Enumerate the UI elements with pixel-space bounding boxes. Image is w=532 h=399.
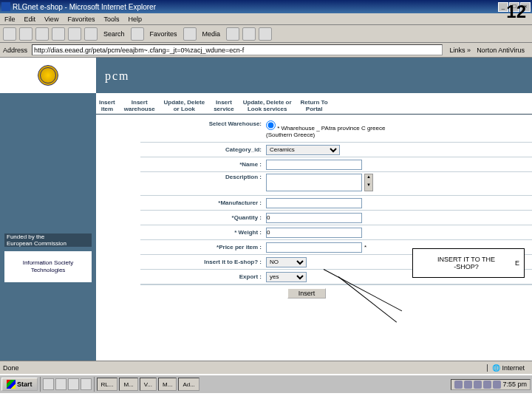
address-label: Address xyxy=(3,47,27,54)
weight-input[interactable] xyxy=(266,228,362,238)
insert-button[interactable]: Insert xyxy=(287,288,327,299)
links-label[interactable]: Links » xyxy=(450,47,471,54)
quicklaunch-3[interactable] xyxy=(68,378,79,390)
system-tray: 7:55 pm xyxy=(451,379,531,390)
price-input[interactable] xyxy=(266,242,362,253)
task-item[interactable]: M... xyxy=(158,378,177,391)
warehouse-radio[interactable] xyxy=(266,120,276,130)
back-button[interactable] xyxy=(3,27,16,41)
menubar: File Edit View Favorites Tools Help xyxy=(0,13,532,25)
category-select[interactable]: Ceramics xyxy=(266,145,340,155)
row-manufacturer: *Manufacturer : xyxy=(140,196,532,211)
nav-return-portal[interactable]: Return To Portal xyxy=(301,99,328,112)
price-unit: * xyxy=(364,244,366,250)
eshop-select[interactable]: NO xyxy=(266,257,307,267)
task-item[interactable]: Ad... xyxy=(178,378,199,391)
taskbar-separator xyxy=(94,377,95,392)
funded-text: Funded by the European Commission xyxy=(4,233,92,247)
page-number: 12 xyxy=(506,1,526,22)
caption-row: 3 February 2003 Figure 5 – insert items … xyxy=(0,393,532,399)
ist-logo: Information Society Technologies xyxy=(4,251,92,282)
search-icon[interactable] xyxy=(84,27,98,41)
task-item[interactable]: V... xyxy=(140,378,157,391)
export-select[interactable]: yes xyxy=(266,272,307,282)
statusbar: Done 🌐 Internet xyxy=(0,361,532,374)
description-scroll[interactable]: ▲▼ xyxy=(364,174,373,191)
nav-insert-item[interactable]: Insert item xyxy=(99,99,115,112)
row-weight: * Weight : xyxy=(140,225,532,240)
callout-right: E xyxy=(515,259,519,267)
nav-insert-service[interactable]: Insert service xyxy=(214,99,234,112)
description-input[interactable] xyxy=(266,174,362,191)
site-logo-icon xyxy=(38,65,58,86)
tray-icon[interactable] xyxy=(493,381,501,389)
warehouse-value: * Wharehouse _ PAtra province C greece xyxy=(277,125,385,132)
name-label: *Name : xyxy=(140,161,266,168)
menu-help[interactable]: Help xyxy=(128,16,142,23)
print-button[interactable] xyxy=(259,27,272,41)
quicklaunch-4[interactable] xyxy=(81,378,92,390)
nav-insert-warehouse[interactable]: Insert warehouse xyxy=(124,99,155,112)
quicklaunch-1[interactable] xyxy=(43,378,54,390)
url-input[interactable] xyxy=(32,44,443,55)
addressbar: Address Links » Norton AntiVirus xyxy=(0,43,532,58)
quantity-label: *Quantity : xyxy=(140,214,266,221)
task-item[interactable]: M... xyxy=(119,378,137,391)
tray-icon[interactable] xyxy=(454,381,463,389)
menu-edit[interactable]: Edit xyxy=(24,16,36,23)
row-description: Description : ▲▼ xyxy=(140,172,532,196)
left-sidebar: Funded by the European Commission Inform… xyxy=(0,93,96,361)
task-item[interactable]: RL... xyxy=(97,378,118,391)
quantity-input[interactable] xyxy=(266,213,362,223)
search-label: Search xyxy=(103,30,125,38)
clock: 7:55 pm xyxy=(502,381,527,388)
start-button[interactable]: Start xyxy=(1,378,38,391)
header-band: pcm xyxy=(0,58,532,93)
eshop-label: Insert it to E-shop? : xyxy=(140,259,266,265)
mail-button[interactable] xyxy=(242,27,256,41)
titlebar: RLGnet e-shop - Microsoft Internet Explo… xyxy=(0,0,532,13)
tray-icon[interactable] xyxy=(474,381,482,389)
page-content: pcm Funded by the European Commission In… xyxy=(0,58,532,361)
taskbar: Start RL... M... V... M... Ad... 7:55 pm xyxy=(0,374,532,393)
tray-icon[interactable] xyxy=(483,381,491,389)
name-input[interactable] xyxy=(266,160,362,170)
row-warehouse: Select Warehouse: * Wharehouse _ PAtra p… xyxy=(140,119,532,143)
taskbar-separator xyxy=(40,377,41,392)
row-name: *Name : xyxy=(140,157,532,172)
callout-text: INSERT IT TO THE -SHOP? xyxy=(417,256,515,270)
media-icon[interactable] xyxy=(183,27,197,41)
callout-box: INSERT IT TO THE -SHOP? E xyxy=(412,248,525,278)
refresh-button[interactable] xyxy=(52,27,65,41)
tray-icon[interactable] xyxy=(464,381,472,389)
status-zone: 🌐 Internet xyxy=(487,364,529,372)
history-button[interactable] xyxy=(226,27,239,41)
forward-button[interactable] xyxy=(19,27,33,41)
warehouse-sub: (Southern Greece) xyxy=(266,132,385,138)
menu-file[interactable]: File xyxy=(4,16,16,23)
nav-row: Insert item Insert warehouse Update, Del… xyxy=(96,93,532,115)
warehouse-label: Select Warehouse: xyxy=(140,120,266,127)
norton-label: Norton AntiVirus xyxy=(477,47,525,54)
menu-favorites[interactable]: Favorites xyxy=(67,16,95,23)
favorites-label: Favorites xyxy=(150,30,177,38)
ie-icon xyxy=(1,2,10,11)
stop-button[interactable] xyxy=(35,27,49,41)
export-label: Export : xyxy=(140,273,266,280)
manufacturer-label: *Manufacturer : xyxy=(140,200,266,206)
nav-update-services[interactable]: Update, Delete or Look services xyxy=(243,99,292,112)
category-label: Category_id: xyxy=(140,146,266,153)
weight-label: * Weight : xyxy=(140,229,266,236)
brand-text: pcm xyxy=(105,69,130,83)
home-button[interactable] xyxy=(68,27,81,41)
quicklaunch-2[interactable] xyxy=(55,378,66,390)
menu-view[interactable]: View xyxy=(44,16,58,23)
nav-update-delete-look[interactable]: Update, Delete or Look xyxy=(164,99,205,112)
row-quantity: *Quantity : xyxy=(140,211,532,225)
price-label: *Price per item : xyxy=(140,244,266,250)
windows-flag-icon xyxy=(7,380,16,389)
manufacturer-input[interactable] xyxy=(266,198,362,208)
status-done: Done xyxy=(3,364,487,372)
menu-tools[interactable]: Tools xyxy=(103,16,119,23)
favorites-icon[interactable] xyxy=(131,27,144,41)
